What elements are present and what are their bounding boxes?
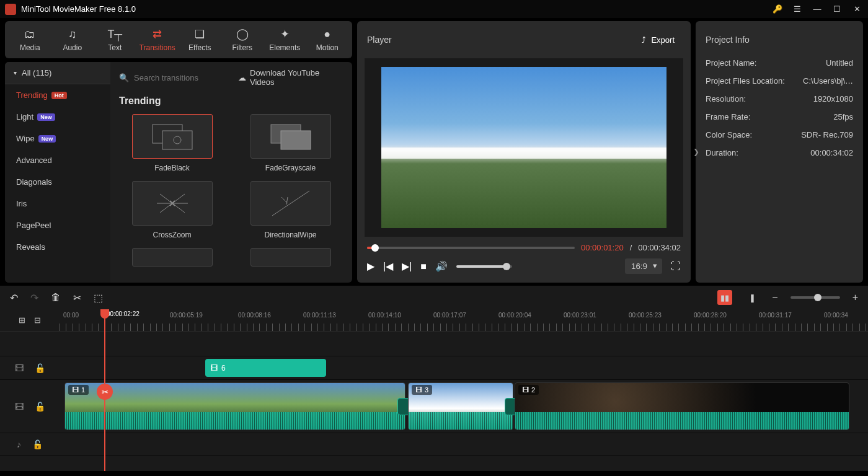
folder-icon: 🗂 xyxy=(24,28,35,41)
clip-overlay-6[interactable]: 🎞 6 xyxy=(205,359,326,377)
effects-icon: ❏ xyxy=(195,27,205,41)
category-sidebar: ▾ All (115) Trending Hot Light New Wipe … xyxy=(5,62,110,283)
close-button[interactable]: ✕ xyxy=(851,3,863,15)
category-iris[interactable]: Iris xyxy=(5,193,110,214)
transition-more-2[interactable] xyxy=(237,248,343,267)
player-panel: Player ⤴ Export 00:00:01:20 / 00:00:34:0… xyxy=(357,21,691,283)
video-track-icon: 🎞 xyxy=(15,363,24,373)
fullscreen-button[interactable]: ⛶ xyxy=(671,261,681,272)
collapse-panel-button[interactable]: ❯ xyxy=(693,148,699,156)
category-light[interactable]: Light New xyxy=(5,106,110,128)
crop-button[interactable]: ⬚ xyxy=(94,292,103,304)
undo-button[interactable]: ↶ xyxy=(10,292,18,304)
transition-crosszoom[interactable]: CrossZoom xyxy=(119,181,225,239)
video-track-icon: 🎞 xyxy=(15,402,24,412)
stop-button[interactable]: ■ xyxy=(420,261,427,272)
category-reveals[interactable]: Reveals xyxy=(5,236,110,258)
new-badge: New xyxy=(37,113,55,121)
lock-icon[interactable]: 🔓 xyxy=(32,439,43,449)
minimize-button[interactable]: — xyxy=(811,3,823,15)
sparkle-icon: ✦ xyxy=(280,27,290,41)
search-transitions[interactable]: 🔍 xyxy=(119,73,238,82)
lock-icon[interactable]: 🔓 xyxy=(35,363,45,373)
info-row-project-name: Project Name:Untitled xyxy=(706,58,853,68)
timeline-tracks[interactable]: 00:00 00:00:02:22 00:00:05:19 00:00:08:1… xyxy=(60,309,868,471)
project-info-panel: ❯ Project Info Project Name:Untitled Pro… xyxy=(696,21,863,283)
motion-icon: ● xyxy=(324,28,330,41)
toolbar-audio[interactable]: ♫ Audio xyxy=(54,24,92,56)
transition-directionalwipe[interactable]: DirectionalWipe xyxy=(237,181,343,239)
svg-rect-1 xyxy=(162,131,192,149)
split-button[interactable]: ✂ xyxy=(73,292,81,304)
timeline-view-2[interactable]: ❚ xyxy=(745,290,760,305)
toolbar-transitions[interactable]: ⇄ Transitions xyxy=(139,24,177,56)
zoom-in-button[interactable]: + xyxy=(852,292,858,303)
category-pagepeel[interactable]: PagePeel xyxy=(5,214,110,236)
transition-thumb xyxy=(250,248,331,267)
track-overlay[interactable]: 🎞 6 xyxy=(60,356,868,380)
seek-bar[interactable] xyxy=(367,247,575,249)
toolbar-media-label: Media xyxy=(20,43,40,52)
category-advanced[interactable]: Advanced xyxy=(5,149,110,171)
zoom-slider[interactable] xyxy=(790,296,840,299)
zoom-out-button[interactable]: − xyxy=(772,292,777,303)
playhead[interactable]: ✂ xyxy=(104,309,105,471)
toolbar-effects-label: Effects xyxy=(188,43,211,52)
transition-fadeblack[interactable]: FadeBlack xyxy=(119,114,225,172)
aspect-ratio-select[interactable]: 16:9 xyxy=(625,258,662,274)
transition-thumb xyxy=(132,248,213,267)
chevron-down-icon: ▾ xyxy=(14,69,17,76)
preview-area[interactable] xyxy=(365,58,683,237)
total-time: 00:00:34:02 xyxy=(638,243,681,252)
category-wipe[interactable]: Wipe New xyxy=(5,128,110,149)
transition-more-1[interactable] xyxy=(119,248,225,267)
clip-video-3[interactable]: 🎞3 xyxy=(408,382,513,430)
delete-button[interactable]: 🗑 xyxy=(51,292,61,303)
track-main-video[interactable]: 🎞1 🎞3 🎞2 xyxy=(60,380,868,433)
category-diagonals[interactable]: Diagonals xyxy=(5,171,110,193)
play-button[interactable]: ▶ xyxy=(367,260,374,272)
toolbar-filters[interactable]: ◯ Filters xyxy=(224,24,262,56)
add-track-button[interactable]: ⊞ xyxy=(19,315,25,325)
clip-icon: 🎞 xyxy=(210,364,218,372)
transition-fadegrayscale[interactable]: FadeGrayscale xyxy=(237,114,343,172)
playhead-split-button[interactable]: ✂ xyxy=(97,384,113,400)
track-audio[interactable] xyxy=(60,433,868,456)
next-frame-button[interactable]: ▶| xyxy=(402,260,412,272)
track-headers: ⊞ ⊟ 🎞🔓 🎞🔓 ♪🔓 xyxy=(0,309,60,471)
remove-track-button[interactable]: ⊟ xyxy=(34,315,41,325)
toolbar-effects[interactable]: ❏ Effects xyxy=(181,24,219,56)
svg-line-11 xyxy=(272,191,309,216)
player-title: Player xyxy=(367,35,636,45)
category-trending[interactable]: Trending Hot xyxy=(5,84,110,106)
redo-button[interactable]: ↷ xyxy=(30,292,38,304)
license-key-icon[interactable]: 🔑 xyxy=(771,3,784,15)
clip-icon: 🎞 xyxy=(72,386,79,394)
seek-thumb[interactable] xyxy=(371,244,379,252)
track-empty[interactable] xyxy=(60,332,868,356)
lock-icon[interactable]: 🔓 xyxy=(35,402,45,412)
search-input[interactable] xyxy=(134,73,238,82)
export-button[interactable]: ⤴ Export xyxy=(636,32,681,48)
timeline-toolbar: ↶ ↷ 🗑 ✂ ⬚ ▮▮ ❚ − + xyxy=(0,286,868,309)
playhead-handle[interactable] xyxy=(100,309,109,319)
clip-video-2[interactable]: 🎞2 xyxy=(515,382,849,430)
volume-slider[interactable] xyxy=(456,265,512,268)
category-header-all[interactable]: ▾ All (115) xyxy=(5,62,110,84)
maximize-button[interactable]: ☐ xyxy=(831,3,843,15)
clip-video-1[interactable]: 🎞1 xyxy=(64,382,405,430)
volume-icon[interactable]: 🔊 xyxy=(435,260,448,272)
timeline: ↶ ↷ 🗑 ✂ ⬚ ▮▮ ❚ − + ⊞ ⊟ 🎞🔓 🎞🔓 ♪🔓 00:00 00… xyxy=(0,285,868,471)
module-toolbar: 🗂 Media ♫ Audio T┬ Text ⇄ Transitions ❏ … xyxy=(5,21,352,58)
toolbar-media[interactable]: 🗂 Media xyxy=(11,24,49,56)
toolbar-elements-label: Elements xyxy=(269,43,300,52)
new-badge: New xyxy=(38,135,56,143)
toolbar-motion[interactable]: ● Motion xyxy=(309,24,347,56)
timeline-view-1[interactable]: ▮▮ xyxy=(717,290,732,305)
toolbar-elements[interactable]: ✦ Elements xyxy=(266,24,304,56)
menu-icon[interactable]: ☰ xyxy=(791,3,804,15)
download-youtube-link[interactable]: ☁ Download YouTube Videos xyxy=(238,68,343,87)
prev-frame-button[interactable]: |◀ xyxy=(383,260,393,272)
toolbar-text[interactable]: T┬ Text xyxy=(96,24,134,56)
timeline-ruler[interactable]: 00:00 00:00:02:22 00:00:05:19 00:00:08:1… xyxy=(60,309,868,332)
